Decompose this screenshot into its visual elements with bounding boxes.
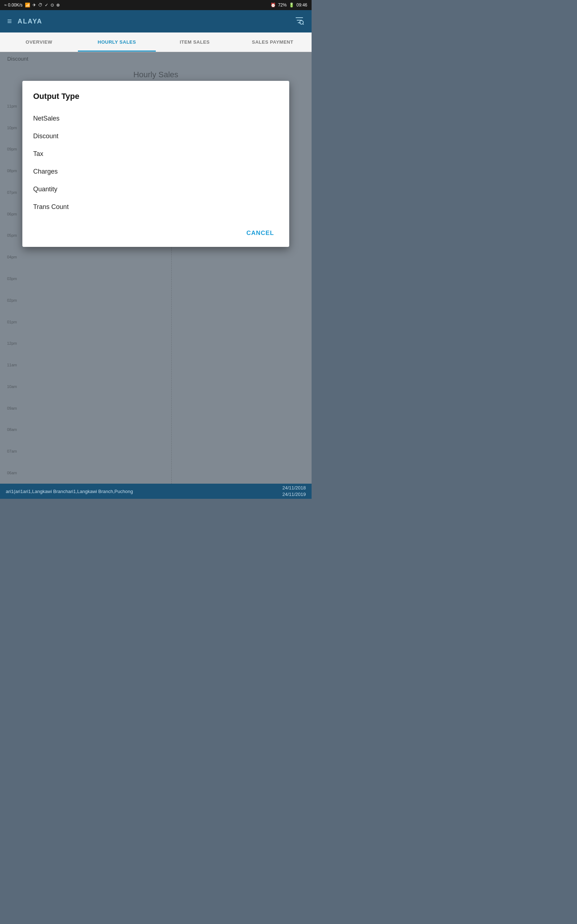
circle2-icon: ⊗ — [56, 3, 60, 8]
battery-level: 72% — [278, 3, 287, 8]
option-tax[interactable]: Tax — [33, 145, 279, 163]
main-content: Discount Hourly Sales 11pm 10pm 09pm 08p… — [0, 52, 311, 484]
clock: 09:46 — [297, 3, 307, 8]
tab-item-sales[interactable]: ITEM SALES — [156, 32, 234, 52]
tab-overview[interactable]: OVERVIEW — [0, 32, 78, 52]
bottom-bar-user-info: ari1(ari1ari1,Langkawi Branchari1,Langka… — [6, 489, 133, 494]
header-left: ≡ ALAYA — [7, 16, 43, 26]
tab-sales-payment[interactable]: SALES PAYMENT — [234, 32, 311, 52]
option-trans-count[interactable]: Trans Count — [33, 198, 279, 216]
network-speed: ≈ 0.00K/s — [4, 3, 23, 8]
check-icon: ✓ — [45, 3, 48, 8]
battery-icon: 🔋 — [289, 3, 294, 8]
option-netsales[interactable]: NetSales — [33, 110, 279, 128]
bottom-bar: ari1(ari1ari1,Langkawi Branchari1,Langka… — [0, 484, 311, 499]
alarm-icon: ⏱ — [38, 3, 43, 8]
filter-icon[interactable] — [294, 15, 305, 27]
app-logo: ALAYA — [18, 18, 43, 25]
option-discount[interactable]: Discount — [33, 128, 279, 145]
wifi-icon: 📶 — [25, 3, 30, 8]
status-bar: ≈ 0.00K/s 📶 ✈ ⏱ ✓ ⊙ ⊗ ⏰ 72% 🔋 09:46 — [0, 0, 311, 10]
alarm-status-icon: ⏰ — [271, 3, 276, 8]
svg-line-4 — [303, 23, 304, 24]
signal-icon: ✈ — [32, 3, 36, 8]
option-charges[interactable]: Charges — [33, 163, 279, 181]
status-right: ⏰ 72% 🔋 09:46 — [271, 3, 307, 8]
output-type-dialog: Output Type NetSales Discount Tax Charge… — [23, 81, 289, 247]
circle1-icon: ⊙ — [50, 3, 54, 8]
hamburger-menu-icon[interactable]: ≡ — [7, 16, 12, 26]
dialog-overlay: Output Type NetSales Discount Tax Charge… — [0, 52, 311, 484]
app-header: ≡ ALAYA — [0, 10, 311, 32]
status-left: ≈ 0.00K/s 📶 ✈ ⏱ ✓ ⊙ ⊗ — [4, 3, 60, 8]
tabs-bar: OVERVIEW HOURLY SALES ITEM SALES SALES P… — [0, 32, 311, 52]
tab-hourly-sales[interactable]: HOURLY SALES — [78, 32, 156, 52]
cancel-button[interactable]: CANCEL — [242, 227, 279, 240]
option-quantity[interactable]: Quantity — [33, 181, 279, 198]
dialog-actions: CANCEL — [33, 223, 279, 240]
bottom-bar-dates: 24/11/2018 24/11/2019 — [282, 485, 306, 498]
dialog-title: Output Type — [33, 92, 279, 101]
